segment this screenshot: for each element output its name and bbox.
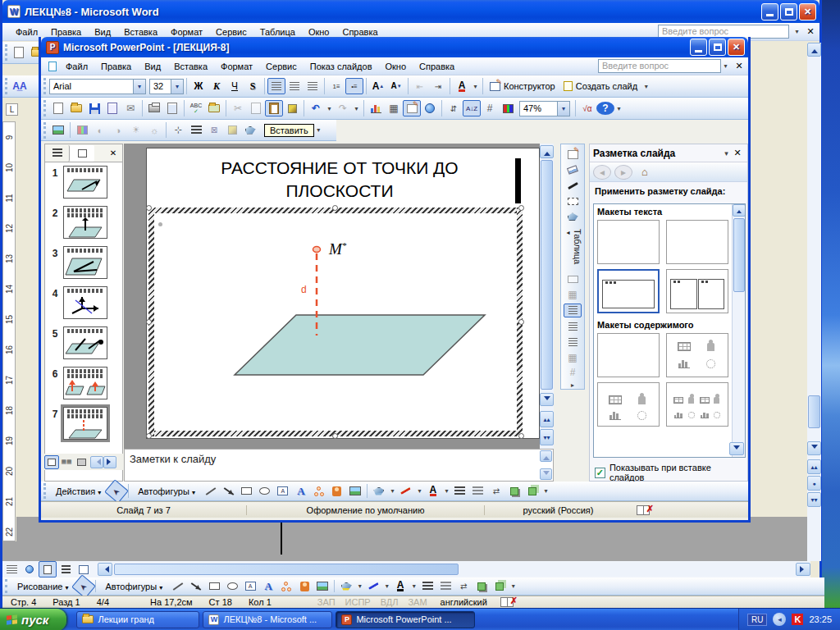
show-on-insert-checkbox[interactable]: ✓	[595, 468, 605, 478]
ppt-drawing-actions-menu[interactable]: Действия ▾	[49, 484, 107, 499]
tb-table-menu[interactable]: Таблица ◂	[563, 229, 582, 267]
word-view-outline-button[interactable]	[57, 561, 75, 578]
word-autoshapes-menu[interactable]: Автофигуры ▾	[98, 579, 169, 594]
word-styles-button[interactable]: А̲А	[11, 78, 29, 94]
ppt-italic-button[interactable]: К	[208, 78, 226, 94]
ppt-open-button[interactable]	[67, 100, 85, 116]
ppt-format-painter-button[interactable]	[283, 100, 301, 116]
word-new-document-button[interactable]	[10, 44, 28, 61]
task-button-folder[interactable]: Лекции гранд	[76, 611, 199, 628]
ppt-spellcheck-icon[interactable]	[637, 505, 650, 515]
layout-blank[interactable]	[597, 333, 660, 377]
word-vscroll-down-button[interactable]	[807, 441, 821, 455]
word-browse-select-button[interactable]: ●	[807, 476, 821, 491]
layout-title-two-content[interactable]	[666, 382, 728, 427]
ppt-new-slide-button[interactable]: Создать слайд	[559, 81, 641, 91]
word-oval-button[interactable]	[223, 578, 241, 595]
layout-title-slide[interactable]	[597, 220, 660, 264]
ppt-line-button[interactable]	[202, 483, 220, 500]
ppt-titlebar[interactable]: P Microsoft PowerPoint - [ЛЕКЦИЯ-8] ✕	[41, 37, 748, 57]
tb-align-top-button[interactable]	[564, 304, 582, 317]
ppt-rectangle-button[interactable]	[238, 483, 256, 500]
ppt-picture-overflow-icon[interactable]: ▾	[314, 126, 323, 134]
ppt-arrow-button[interactable]	[220, 483, 238, 500]
ppt-wordart-button[interactable]: A	[292, 483, 310, 500]
hidden-icons-chevron[interactable]: ◂	[773, 613, 786, 626]
word-line-color-button[interactable]	[364, 578, 382, 595]
ppt-shadow-button[interactable]: S	[244, 78, 262, 94]
ppt-ask-dropdown-icon[interactable]: ▾	[721, 62, 730, 70]
ppt-next-slide-button[interactable]: ▾▾	[540, 429, 554, 445]
ppt-save-button[interactable]	[85, 100, 103, 116]
ppt-less-brightness-button[interactable]: ☼	[145, 122, 163, 139]
word-dash-style-button[interactable]	[436, 578, 454, 595]
word-shadow-button[interactable]	[472, 578, 491, 595]
ppt-show-formatting-button[interactable]: A↓Z	[463, 100, 481, 116]
ppt-menu-view[interactable]: Вид	[138, 59, 167, 74]
ppt-decrease-font-button[interactable]: A▼	[387, 78, 405, 94]
ppt-crop-button[interactable]: ⊹	[169, 122, 187, 139]
word-clipart-button[interactable]	[295, 578, 313, 595]
ppt-draw-font-color-button[interactable]: A	[424, 483, 442, 500]
antivirus-tray-icon[interactable]: K	[792, 614, 803, 625]
taskpane-forward-icon[interactable]: ▸	[614, 165, 632, 180]
ppt-oval-button[interactable]	[256, 483, 274, 500]
ppt-less-contrast-button[interactable]: ◑	[109, 122, 127, 139]
word-titlebar[interactable]: W ЛЕКЦ№8 - Microsoft Word ✕	[2, 0, 819, 23]
ppt-print-button[interactable]	[145, 100, 163, 116]
slide-thumb-row-7[interactable]: 7	[47, 407, 121, 440]
slide-thumb-row-4[interactable]: 4	[47, 286, 121, 319]
ppt-vscroll-down-button[interactable]	[540, 393, 554, 406]
ppt-fill-color-button[interactable]	[370, 483, 388, 500]
ppt-menu-file[interactable]: Файл	[59, 59, 94, 74]
word-hscroll-thumb[interactable]	[114, 564, 459, 575]
ppt-fontsize-combo[interactable]: 32▾	[149, 79, 184, 94]
word-spellcheck-icon[interactable]	[500, 597, 514, 607]
notes-placeholder-text[interactable]: Заметки к слайду	[130, 453, 216, 465]
word-picture-button[interactable]	[313, 578, 331, 595]
ppt-3d-style-button[interactable]	[523, 483, 541, 500]
slide-thumbnail-1[interactable]	[63, 166, 107, 199]
slide-canvas[interactable]: РАССТОЯНИЕ ОТ ТОЧКИ ДО ПЛОСКОСТИ	[146, 148, 540, 439]
ppt-recolor-button[interactable]	[223, 122, 241, 139]
ppt-compress-button[interactable]: ⊠	[205, 122, 223, 139]
ppt-view-normal-button[interactable]	[44, 455, 59, 469]
word-fill-color-button[interactable]	[337, 578, 355, 595]
slide-thumbnail-2[interactable]	[63, 206, 107, 239]
ppt-menubar-close-icon[interactable]: ✕	[730, 58, 748, 75]
tb-fill-color-button[interactable]	[564, 210, 582, 224]
tb-overflow-icon[interactable]: ▸	[568, 381, 578, 389]
slide-thumbnail-3[interactable]	[63, 246, 107, 279]
ppt-formatting-overflow-icon[interactable]: ▾	[641, 83, 651, 90]
ppt-color-grayscale-button[interactable]	[499, 100, 517, 116]
resize-handle-se[interactable]	[518, 433, 524, 439]
ppt-prev-slide-button[interactable]: ▴▴	[540, 411, 554, 427]
ppt-increase-indent-button[interactable]: ⇥	[429, 78, 447, 94]
resize-handle-e[interactable]	[518, 319, 524, 325]
resize-handle-s[interactable]	[332, 433, 338, 439]
ppt-menu-window[interactable]: Окно	[379, 59, 413, 74]
ppt-bold-button[interactable]: Ж	[189, 78, 208, 94]
ppt-numbered-list-button[interactable]: 1≡	[327, 78, 345, 94]
ppt-autoshapes-menu[interactable]: Автофигуры ▾	[131, 484, 202, 499]
ppt-research-button[interactable]	[205, 100, 223, 116]
ppt-select-pointer-button[interactable]: ➤	[104, 479, 129, 503]
resize-handle-nw[interactable]	[146, 205, 152, 211]
ppt-textbox-button[interactable]: A	[274, 483, 292, 500]
slide-thumb-row-1[interactable]: 1	[47, 166, 121, 199]
tb-align-bottom-button[interactable]	[564, 335, 582, 349]
resize-handle-n[interactable]	[332, 205, 338, 211]
ppt-insert-picture-button[interactable]	[49, 122, 67, 139]
ppt-menu-help[interactable]: Справка	[413, 59, 461, 74]
notes-scroll-up-button[interactable]	[540, 450, 552, 462]
slide-title[interactable]: РАССТОЯНИЕ ОТ ТОЧКИ ДО ПЛОСКОСТИ	[196, 157, 483, 203]
ppt-hyperlink-button[interactable]	[421, 100, 439, 116]
ppt-clipart-button[interactable]	[328, 483, 346, 500]
ppt-email-button[interactable]	[103, 100, 121, 116]
notes-scroll-down-button[interactable]	[540, 468, 552, 480]
ppt-outline-tab[interactable]	[45, 145, 70, 162]
word-font-color-button[interactable]: A	[391, 578, 409, 595]
word-browse-next-button[interactable]: ▾▾	[807, 492, 821, 507]
resize-handle-ne[interactable]	[518, 205, 524, 211]
ppt-drawing-overflow-icon[interactable]: ▾	[541, 487, 550, 495]
